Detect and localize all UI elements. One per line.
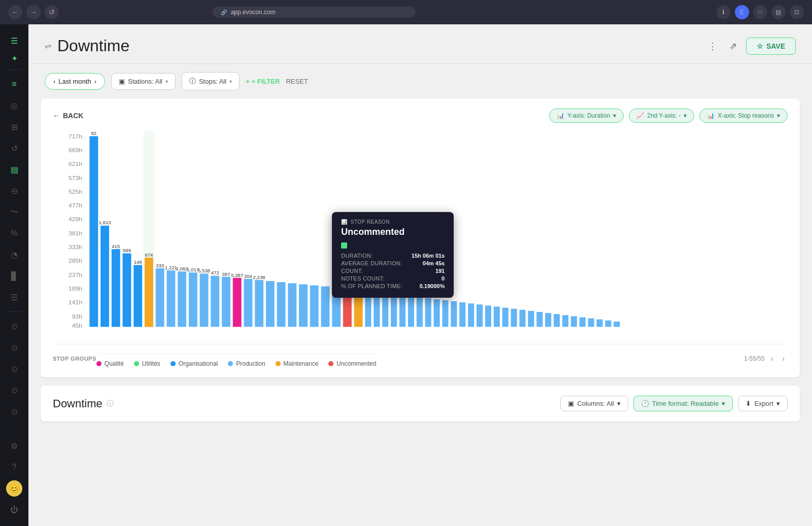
nav-trend-icon[interactable]: 〜 xyxy=(4,202,24,222)
bar-11[interactable] xyxy=(200,273,209,327)
bar-33[interactable] xyxy=(425,298,431,327)
nav-circle1-icon[interactable]: ⊙ xyxy=(4,316,24,336)
bar-16[interactable] xyxy=(255,280,263,327)
breadcrumb-icon[interactable]: ⇌ xyxy=(45,41,51,51)
tooltip-color-swatch xyxy=(341,242,347,249)
nav-reports-icon[interactable]: ≡ xyxy=(4,74,24,94)
bar-28[interactable] xyxy=(382,293,388,327)
y-axis-button[interactable]: 📊 Y-axis: Duration ▾ xyxy=(549,109,624,123)
bar-15[interactable] xyxy=(244,279,252,327)
y2-axis-button[interactable]: 📈 2nd Y-axis: - ▾ xyxy=(629,109,694,123)
stations-filter-button[interactable]: ▣ Stations: All ▾ xyxy=(111,73,176,90)
bar-17[interactable] xyxy=(266,281,275,327)
bar-47[interactable] xyxy=(545,313,551,327)
back-button[interactable]: ← BACK xyxy=(53,112,83,120)
bar-32[interactable] xyxy=(417,297,423,327)
nav-settings-icon[interactable]: ⚙ xyxy=(4,436,24,456)
bar-14[interactable] xyxy=(233,278,242,327)
nav-percent-icon[interactable]: % xyxy=(4,223,24,243)
url-bar[interactable]: 🔗 app.evocon.com xyxy=(213,7,416,18)
bar-29[interactable] xyxy=(391,294,397,327)
nav-power-icon[interactable]: ⏻ xyxy=(4,500,24,520)
bar-12[interactable] xyxy=(211,276,219,327)
stops-filter-button[interactable]: ⓘ Stops: All ▾ xyxy=(182,72,240,90)
ext-icon-1[interactable]: ℹ xyxy=(717,5,731,19)
ext-icon-4[interactable]: ▤ xyxy=(771,5,786,19)
bar-4[interactable] xyxy=(123,254,131,327)
bar-45[interactable] xyxy=(528,311,534,327)
nav-list-icon[interactable]: ☰ xyxy=(4,287,24,307)
bar-7[interactable] xyxy=(156,268,164,327)
bar-52[interactable] xyxy=(588,319,594,327)
nav-file-icon[interactable]: ▤ xyxy=(4,159,24,180)
columns-button[interactable]: ▣ Columns: All ▾ xyxy=(560,396,628,411)
more-options-button[interactable]: ⋮ xyxy=(705,38,720,55)
bar-21[interactable] xyxy=(310,286,319,327)
reset-button[interactable]: RESET xyxy=(286,78,308,85)
bar-54[interactable] xyxy=(605,321,611,327)
date-filter-button[interactable]: ‹ Last month › xyxy=(45,73,105,90)
bar-44[interactable] xyxy=(519,310,525,327)
bar-42[interactable] xyxy=(502,308,509,327)
bar-35[interactable] xyxy=(442,300,448,327)
nav-minus-icon[interactable]: ⊖ xyxy=(4,181,24,201)
bar-46[interactable] xyxy=(536,312,543,327)
bar-38[interactable] xyxy=(468,303,474,327)
ext-icon-5[interactable]: ⊡ xyxy=(790,5,804,19)
nav-history-icon[interactable]: ↺ xyxy=(4,138,24,158)
save-button[interactable]: ☆ SAVE xyxy=(746,38,796,55)
bar-50[interactable] xyxy=(571,316,577,327)
bar-30[interactable] xyxy=(399,295,405,327)
back-button[interactable]: ← xyxy=(8,5,22,19)
bar-41[interactable] xyxy=(494,307,500,327)
nav-target-icon[interactable]: ◎ xyxy=(4,95,24,116)
x-axis-button[interactable]: 📊 X-axis: Stop reasons ▾ xyxy=(699,109,788,123)
nav-bar-icon[interactable]: ▊ xyxy=(4,266,24,286)
bar-18[interactable] xyxy=(277,282,286,327)
bar-40[interactable] xyxy=(485,305,491,327)
bar-51[interactable] xyxy=(580,318,586,327)
nav-help-icon[interactable]: ? xyxy=(4,457,24,477)
bar-6[interactable] xyxy=(145,258,153,327)
bar-19[interactable] xyxy=(288,283,296,327)
share-button[interactable]: ⇗ xyxy=(726,38,740,55)
bar-10[interactable] xyxy=(189,272,197,327)
bar-34[interactable] xyxy=(434,299,440,327)
bar-36[interactable] xyxy=(451,301,457,327)
bar-8[interactable] xyxy=(166,270,175,327)
bar-9[interactable] xyxy=(178,271,186,327)
ext-icon-3[interactable]: □ xyxy=(753,5,767,19)
bar-3[interactable] xyxy=(112,249,120,327)
nav-pie-icon[interactable]: ◔ xyxy=(4,244,24,265)
bar-43[interactable] xyxy=(511,309,517,327)
nav-circle3-icon[interactable]: ⊙ xyxy=(4,359,24,379)
time-format-button[interactable]: 🕐 Time format: Readable ▾ xyxy=(633,396,733,411)
bar-55[interactable] xyxy=(614,322,620,327)
forward-button[interactable]: → xyxy=(26,5,41,19)
refresh-button[interactable]: ↺ xyxy=(45,5,59,19)
legend-next-button[interactable]: › xyxy=(779,354,788,364)
bar-1[interactable] xyxy=(89,136,98,327)
nav-circle5-icon[interactable]: ⊙ xyxy=(4,401,24,422)
nav-circle4-icon[interactable]: ⊙ xyxy=(4,380,24,400)
browser-controls[interactable]: ← → ↺ xyxy=(8,5,59,19)
nav-circle2-icon[interactable]: ⊙ xyxy=(4,337,24,358)
bar-13[interactable] xyxy=(222,277,230,327)
bar-49[interactable] xyxy=(562,315,568,327)
bar-53[interactable] xyxy=(597,320,603,327)
bar-37[interactable] xyxy=(459,302,465,327)
bar-22[interactable] xyxy=(321,287,330,327)
export-button[interactable]: ⬇ Export ▾ xyxy=(738,396,788,411)
bar-31[interactable] xyxy=(408,296,414,327)
user-avatar[interactable]: 😊 xyxy=(6,480,22,497)
bar-39[interactable] xyxy=(477,304,483,327)
ext-icon-2[interactable]: E xyxy=(735,5,749,19)
bar-5[interactable] xyxy=(133,265,142,327)
bar-20[interactable] xyxy=(299,284,308,327)
nav-grid-icon[interactable]: ⊞ xyxy=(4,117,24,137)
add-filter-button[interactable]: + + FILTER xyxy=(246,78,280,85)
hamburger-icon[interactable]: ☰ xyxy=(4,30,24,51)
bar-2[interactable] xyxy=(100,226,109,327)
legend-prev-button[interactable]: ‹ xyxy=(768,354,776,364)
bar-48[interactable] xyxy=(554,314,560,327)
